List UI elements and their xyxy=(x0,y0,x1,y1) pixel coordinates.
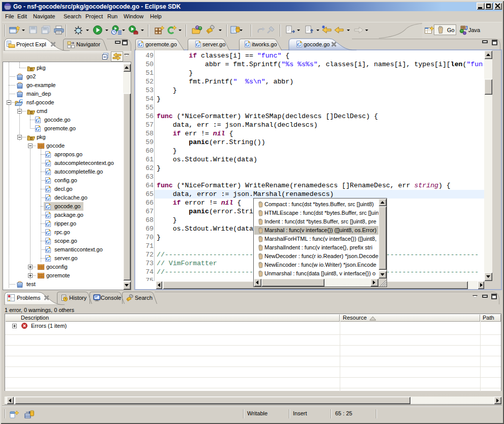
svg-text:J: J xyxy=(465,25,468,31)
svg-text:G: G xyxy=(19,99,23,104)
